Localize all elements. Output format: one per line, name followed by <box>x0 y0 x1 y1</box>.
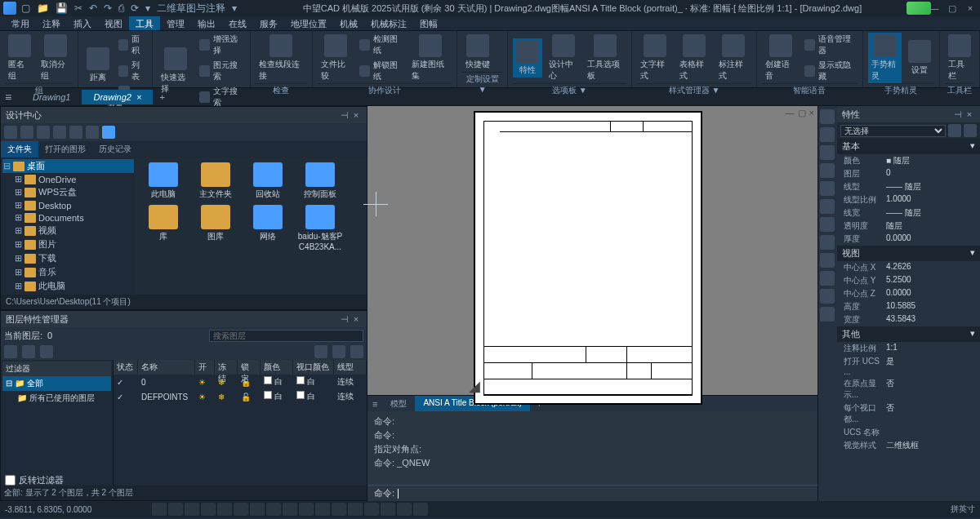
grid-item[interactable]: 回收站 <box>245 162 291 200</box>
settings-icon[interactable] <box>350 345 363 358</box>
pin-icon[interactable]: ⊣ <box>952 109 964 120</box>
ribbon-button[interactable]: 特性 <box>513 38 542 78</box>
column-header[interactable]: 冻结 <box>215 360 238 375</box>
property-row[interactable]: 中心点 Z0.0000 <box>837 287 980 300</box>
tree-node[interactable]: ⊟桌面 <box>2 159 134 173</box>
menu-icon[interactable]: ≡ <box>5 91 21 104</box>
grid-item[interactable]: 网络 <box>245 205 291 251</box>
close-button[interactable]: × <box>964 3 977 14</box>
property-row[interactable]: 颜色■ 随层 <box>837 154 980 167</box>
ribbon-small-button[interactable]: 显示或隐藏 <box>802 59 858 83</box>
qat-open-icon[interactable]: 📁 <box>37 2 49 14</box>
ribbon-button[interactable]: 匿名组 <box>5 33 34 83</box>
tool-icon[interactable] <box>820 307 835 322</box>
menu-item[interactable]: 注释 <box>36 16 67 30</box>
ribbon-button[interactable]: 创建语音 <box>762 33 799 83</box>
menu-item[interactable]: 在线 <box>222 16 253 30</box>
dc-tab[interactable]: 历史记录 <box>92 141 138 157</box>
menu-item[interactable]: 工具 <box>129 16 160 30</box>
search-icon[interactable] <box>53 126 66 139</box>
polar-toggle-icon[interactable] <box>201 503 216 516</box>
column-header[interactable]: 锁定 <box>238 360 261 375</box>
layer-states-icon[interactable] <box>314 345 327 358</box>
snap-toggle-icon[interactable] <box>168 503 183 516</box>
tool-icon[interactable] <box>820 127 835 142</box>
menu-item[interactable]: 图幅 <box>413 16 444 30</box>
tabs-menu-icon[interactable]: ≡ <box>368 399 382 409</box>
grid-item[interactable]: 库 <box>140 205 186 251</box>
property-row[interactable]: 打开 UCS ...是 <box>837 355 980 377</box>
property-row[interactable]: 每个视口都...否 <box>837 401 980 426</box>
lwt-toggle-icon[interactable] <box>250 503 265 516</box>
ribbon-button[interactable]: 手势精灵 <box>868 33 902 83</box>
back-icon[interactable] <box>4 126 17 139</box>
annotation-toggle-icon[interactable] <box>332 503 346 516</box>
dyn-toggle-icon[interactable] <box>283 503 297 516</box>
tool-icon[interactable] <box>820 181 835 196</box>
pin-icon[interactable]: ⊣ <box>339 110 350 121</box>
qat-dropdown-icon[interactable]: ▾ <box>145 2 150 14</box>
ribbon-small-button[interactable]: 面积 <box>116 33 147 57</box>
column-header[interactable]: 状态 <box>114 360 138 375</box>
tool-icon[interactable] <box>820 145 835 160</box>
ribbon-small-button[interactable]: 解锁图纸 <box>357 59 404 83</box>
property-row[interactable]: 线型比例1.0000 <box>837 193 980 206</box>
status-toggle-icon[interactable] <box>397 503 412 516</box>
document-tab[interactable]: Drawing1 <box>21 90 82 104</box>
new-layer-freeze-icon[interactable] <box>22 345 35 358</box>
column-header[interactable]: 颜色 <box>261 360 293 375</box>
tree-node[interactable]: ⊞Documents <box>2 211 134 224</box>
forward-icon[interactable] <box>20 126 33 139</box>
property-row[interactable]: UCS 名称 <box>837 426 980 439</box>
grid-item[interactable]: 控制面板 <box>297 162 343 200</box>
property-row[interactable]: 线型—— 随层 <box>837 180 980 193</box>
qat-cut-icon[interactable]: ✂ <box>74 2 82 14</box>
selection-dropdown[interactable]: 无选择 <box>840 125 946 137</box>
drawing-area[interactable]: — ▢ × ◢ <box>368 106 817 395</box>
tree-node[interactable]: ⊞Desktop <box>2 199 134 211</box>
tree-node[interactable]: ⊞图片 <box>2 237 134 251</box>
layer-search-input[interactable] <box>209 330 363 342</box>
property-row[interactable]: 高度10.5885 <box>837 300 980 313</box>
tree-node[interactable]: ⊞视频 <box>2 224 134 237</box>
folder-grid[interactable]: 此电脑主文件夹回收站控制面板库图库网络baidu-魅客PC4B23KA... <box>136 157 367 295</box>
ribbon-button[interactable]: 设计中心 <box>546 33 581 83</box>
ribbon-button[interactable]: 取消分组 <box>38 33 73 83</box>
layer-row[interactable]: ✓DEFPOINTS☀❄🔓 白 白连续 <box>114 389 367 404</box>
layout-tab[interactable]: 模型 <box>382 396 415 412</box>
grid-item[interactable]: baidu-魅客PC4B23KA... <box>297 205 343 251</box>
ribbon-small-button[interactable]: 检测图纸 <box>357 33 404 57</box>
workspace-label[interactable]: 二维草图与注释 <box>157 2 225 16</box>
folder-icon[interactable] <box>86 126 99 139</box>
filter-item[interactable]: 📁 所有已使用的图层 <box>2 391 111 406</box>
ribbon-button[interactable]: 检查线段连接 <box>256 33 307 83</box>
tree-node[interactable]: ⊞下载 <box>2 251 134 265</box>
ribbon-button[interactable]: 新建图纸集 <box>408 33 452 83</box>
menu-item[interactable]: 输出 <box>191 16 222 30</box>
column-header[interactable]: 开 <box>195 360 215 375</box>
property-section-header[interactable]: 基本▾ <box>837 139 980 154</box>
property-row[interactable]: 线宽—— 随层 <box>837 206 980 220</box>
viewport-close-icon[interactable]: × <box>809 108 814 118</box>
ribbon-small-button[interactable]: 语音管理器 <box>802 33 858 57</box>
ime-label[interactable]: 拼英寸 <box>951 503 975 515</box>
pin-icon[interactable]: ⊣ <box>339 314 350 325</box>
column-header[interactable]: 线型 <box>334 360 367 375</box>
coordinates[interactable]: -3.8611, 6.8305, 0.0000 <box>5 505 152 514</box>
dc-tab[interactable]: 文件夹 <box>1 141 38 157</box>
up-icon[interactable] <box>37 126 50 139</box>
status-toggle-icon[interactable] <box>364 503 379 516</box>
property-row[interactable]: 在原点显示...否 <box>837 377 980 401</box>
toggle-pickadd-icon[interactable] <box>964 124 977 137</box>
property-section-header[interactable]: 视图▾ <box>837 246 980 261</box>
ribbon-button[interactable]: 距离 <box>83 46 113 85</box>
qat-redo-icon[interactable]: ↷ <box>104 2 112 14</box>
ortho-toggle-icon[interactable] <box>185 503 199 516</box>
cycle-toggle-icon[interactable] <box>299 503 314 516</box>
column-header[interactable]: 视口颜色 <box>293 360 334 375</box>
ribbon-button[interactable]: 文字样式 <box>637 33 673 83</box>
delete-layer-icon[interactable] <box>40 345 53 358</box>
menu-item[interactable]: 插入 <box>67 16 98 30</box>
property-row[interactable]: 视觉样式二维线框 <box>837 439 980 452</box>
panel-close-icon[interactable]: × <box>964 109 975 119</box>
